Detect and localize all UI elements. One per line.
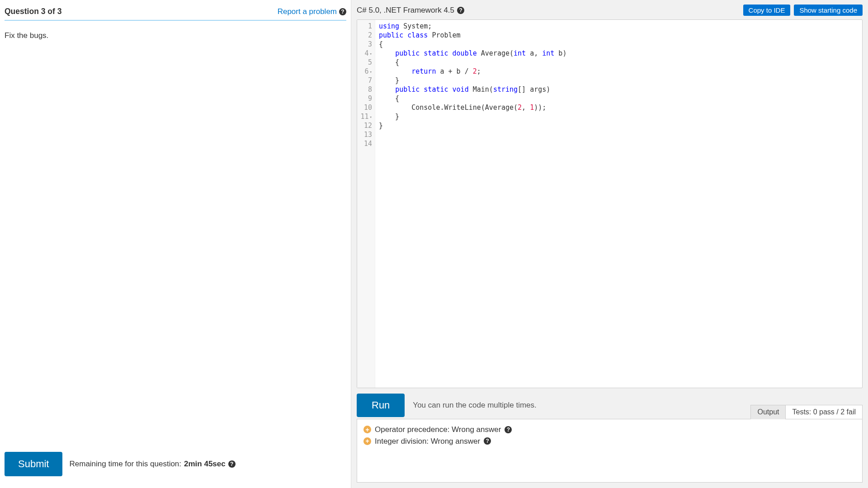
- test-result-label: Integer division: Wrong answer: [375, 436, 480, 447]
- code-panel: C# 5.0, .NET Framework 4.5 ? Copy to IDE…: [351, 0, 868, 488]
- code-editor[interactable]: 1234567891011121314 using System;public …: [357, 19, 863, 388]
- line-number: 12: [357, 121, 375, 130]
- remaining-value: 2min 45sec: [184, 460, 226, 469]
- run-hint: You can run the code multiple times.: [413, 401, 536, 410]
- code-line[interactable]: public static double Average(int a, int …: [379, 49, 859, 58]
- line-number: 3: [357, 40, 375, 49]
- code-line[interactable]: {: [379, 40, 859, 49]
- code-line[interactable]: using System;: [379, 22, 859, 31]
- submit-button[interactable]: Submit: [5, 452, 62, 476]
- question-body: Fix the bugs.: [5, 21, 346, 446]
- show-starting-code-button[interactable]: Show starting code: [794, 5, 863, 16]
- help-icon[interactable]: ?: [457, 7, 464, 14]
- line-number: 1: [357, 22, 375, 31]
- report-problem-label: Report a problem: [278, 7, 337, 16]
- environment-label: C# 5.0, .NET Framework 4.5 ?: [357, 6, 464, 15]
- header-buttons: Copy to IDE Show starting code: [743, 5, 863, 16]
- results-tabs: Output Tests: 0 pass / 2 fail: [750, 405, 863, 419]
- copy-to-ide-button[interactable]: Copy to IDE: [743, 5, 791, 16]
- code-line[interactable]: }: [379, 112, 859, 121]
- question-header: Question 3 of 3 Report a problem ?: [5, 5, 346, 21]
- code-line[interactable]: public static void Main(string[] args): [379, 85, 859, 94]
- code-line[interactable]: {: [379, 58, 859, 67]
- line-number: 10: [357, 103, 375, 112]
- line-number: 2: [357, 31, 375, 40]
- editor-gutter: 1234567891011121314: [357, 20, 375, 388]
- test-result[interactable]: +Integer division: Wrong answer?: [363, 436, 856, 447]
- code-header: C# 5.0, .NET Framework 4.5 ? Copy to IDE…: [351, 0, 868, 19]
- question-panel: Question 3 of 3 Report a problem ? Fix t…: [0, 0, 351, 488]
- line-number: 8: [357, 85, 375, 94]
- help-icon[interactable]: ?: [228, 460, 236, 468]
- test-result[interactable]: +Operator precedence: Wrong answer?: [363, 424, 856, 436]
- line-number: 9: [357, 94, 375, 103]
- line-number: 14: [357, 139, 375, 148]
- code-line[interactable]: }: [379, 121, 859, 130]
- line-number: 11: [357, 112, 375, 121]
- line-number: 7: [357, 76, 375, 85]
- question-footer: Submit Remaining time for this question:…: [5, 446, 346, 483]
- code-line[interactable]: {: [379, 94, 859, 103]
- line-number: 13: [357, 130, 375, 139]
- report-problem-link[interactable]: Report a problem ?: [278, 7, 346, 16]
- help-icon[interactable]: ?: [505, 426, 512, 433]
- help-icon: ?: [339, 8, 346, 15]
- editor-code[interactable]: using System;public class Problem{ publi…: [375, 20, 862, 388]
- tab-tests[interactable]: Tests: 0 pass / 2 fail: [785, 405, 863, 419]
- line-number: 4: [357, 49, 375, 58]
- line-number: 5: [357, 58, 375, 67]
- run-button[interactable]: Run: [357, 394, 405, 417]
- code-line[interactable]: public class Problem: [379, 31, 859, 40]
- remaining-time: Remaining time for this question: 2min 4…: [69, 460, 235, 469]
- tab-output[interactable]: Output: [750, 405, 786, 419]
- test-result-label: Operator precedence: Wrong answer: [375, 424, 501, 436]
- remaining-prefix: Remaining time for this question:: [69, 460, 181, 469]
- line-number: 6: [357, 67, 375, 76]
- environment-text: C# 5.0, .NET Framework 4.5: [357, 6, 454, 15]
- code-line[interactable]: }: [379, 76, 859, 85]
- code-line[interactable]: Console.WriteLine(Average(2, 1));: [379, 103, 859, 112]
- question-title: Question 3 of 3: [5, 7, 61, 16]
- code-line[interactable]: return a + b / 2;: [379, 67, 859, 76]
- expand-icon[interactable]: +: [363, 426, 371, 433]
- help-icon[interactable]: ?: [484, 437, 491, 445]
- expand-icon[interactable]: +: [363, 437, 371, 445]
- results-panel: +Operator precedence: Wrong answer?+Inte…: [357, 419, 863, 483]
- run-bar: Run You can run the code multiple times.…: [351, 388, 868, 419]
